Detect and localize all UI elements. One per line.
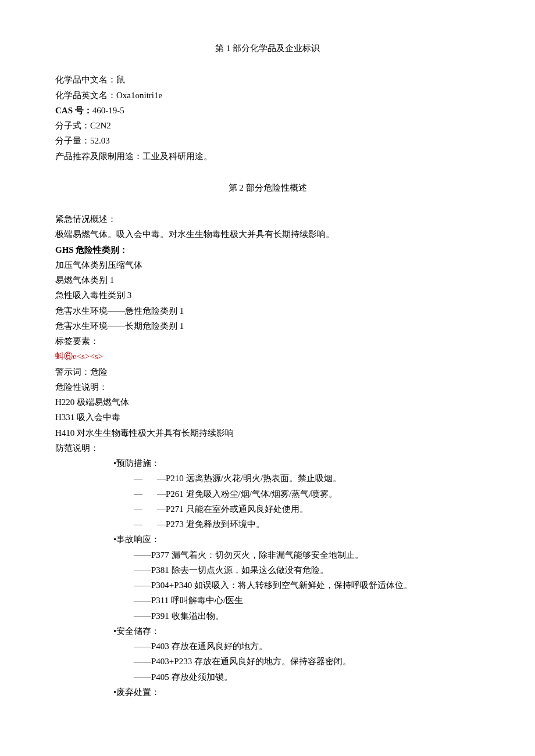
cas-value: 460-19-5 — [92, 106, 124, 115]
dash-icon — [157, 474, 166, 483]
prevention-text-3: P273 避免释放到环境中。 — [166, 519, 265, 529]
dash-icon — [134, 642, 151, 651]
mw-value: 52.03 — [90, 136, 110, 145]
use-label: 产品推荐及限制用途： — [55, 152, 142, 161]
english-name-label: 化学品英文名： — [55, 91, 116, 100]
hazard-2: H410 对水生生物毒性极大并具有长期持续影响 — [55, 425, 480, 440]
dash-icon — [134, 672, 151, 682]
signal-label: 警示词： — [55, 367, 90, 377]
response-item-3: P311 呼叫解毒中心/医生 — [134, 593, 480, 608]
response-text-4: P391 收集溢出物。 — [151, 611, 224, 621]
storage-label: 安全储存： — [113, 624, 480, 639]
storage-item-0: P403 存放在通风良好的地方。 — [134, 639, 480, 654]
emergency-label: 紧急情况概述： — [55, 212, 480, 227]
emergency-text: 极端易燃气体。吸入会中毒。对水生生物毒性极大并具有长期持续影响。 — [55, 227, 480, 242]
formula-value: C2N2 — [90, 121, 111, 130]
dash-icon — [134, 517, 157, 532]
section-2-title: 第 2 部分危险性概述 — [55, 180, 480, 195]
storage-text-0: P403 存放在通风良好的地方。 — [151, 642, 268, 651]
mw-row: 分子量：52.03 — [55, 133, 480, 148]
response-label-text: 事故响应： — [116, 535, 160, 544]
prevention-text-0: P210 远离热源/火花/明火/热表面。禁止吸烟。 — [166, 474, 341, 483]
cas-row: CAS 号：460-19-5 — [55, 103, 480, 118]
precaution-label: 防范说明： — [55, 440, 480, 456]
section-1-title: 第 1 部分化学品及企业标识 — [55, 41, 480, 56]
ghs-item-4: 危害水生环境——长期危险类别 1 — [55, 318, 480, 334]
storage-item-1: P403+P233 存放在通风良好的地方。保持容器密闭。 — [134, 654, 480, 669]
label-elements-label: 标签要素： — [55, 334, 480, 349]
chinese-name-row: 化学品中文名：鼠 — [55, 72, 480, 87]
dash-icon — [134, 501, 157, 517]
cas-label: CAS 号： — [55, 106, 92, 115]
dash-icon — [157, 489, 166, 499]
english-name-value: Oxa1onitri1e — [116, 91, 162, 100]
signal-row: 警示词：危险 — [55, 364, 480, 379]
disposal-label: 废弃处置： — [113, 685, 480, 700]
prevention-label: 预防措施： — [113, 456, 480, 471]
dash-icon — [134, 550, 151, 560]
english-name-row: 化学品英文名：Oxa1onitri1e — [55, 88, 480, 103]
dash-icon — [134, 657, 151, 666]
storage-label-text: 安全储存： — [116, 626, 160, 636]
storage-text-1: P403+P233 存放在通风良好的地方。保持容器密闭。 — [151, 657, 351, 666]
disposal-label-text: 废弃处置： — [116, 687, 160, 697]
chinese-name-label: 化学品中文名： — [55, 75, 116, 84]
prevention-item-2: P271 只能在室外或通风良好处使用。 — [134, 501, 480, 517]
formula-label: 分子式： — [55, 121, 90, 130]
hazard-label: 危险性说明： — [55, 379, 480, 395]
response-item-2: P304+P340 如误吸入：将人转移到空气新鲜处，保持呼吸舒适体位。 — [134, 578, 480, 593]
dash-icon — [134, 486, 157, 501]
prevention-item-0: P210 远离热源/火花/明火/热表面。禁止吸烟。 — [134, 471, 480, 486]
dash-icon — [157, 504, 166, 514]
dash-icon — [134, 581, 151, 590]
formula-row: 分子式：C2N2 — [55, 118, 480, 133]
storage-item-2: P405 存放处须加锁。 — [134, 669, 480, 685]
prevention-text-2: P271 只能在室外或通风良好处使用。 — [166, 504, 308, 514]
dash-icon — [134, 471, 157, 486]
prevention-label-text: 预防措施： — [116, 458, 160, 468]
ghs-label: GHS 危险性类别： — [55, 242, 480, 257]
mw-label: 分子量： — [55, 136, 90, 145]
response-label: 事故响应： — [113, 532, 480, 547]
dash-icon — [134, 596, 151, 605]
storage-text-2: P405 存放处须加锁。 — [151, 672, 233, 682]
dash-icon — [134, 611, 151, 621]
hazard-1: H331 吸入会中毒 — [55, 410, 480, 425]
ghs-item-2: 急性吸入毒性类别 3 — [55, 288, 480, 303]
prevention-text-1: P261 避免吸入粉尘/烟/气体/烟雾/蒸气/喷雾。 — [166, 489, 337, 499]
pictogram-placeholder: 蚪⑥e<s><s> — [55, 349, 480, 364]
response-item-1: P381 除去一切点火源，如果这么做没有危险。 — [134, 562, 480, 578]
ghs-item-0: 加压气体类别压缩气体 — [55, 257, 480, 273]
response-text-3: P311 呼叫解毒中心/医生 — [151, 596, 243, 605]
prevention-item-1: P261 避免吸入粉尘/烟/气体/烟雾/蒸气/喷雾。 — [134, 486, 480, 501]
prevention-item-3: P273 避免释放到环境中。 — [134, 517, 480, 532]
ghs-item-1: 易燃气体类别 1 — [55, 273, 480, 288]
response-text-2: P304+P340 如误吸入：将人转移到空气新鲜处，保持呼吸舒适体位。 — [151, 581, 412, 590]
dash-icon — [134, 565, 151, 575]
hazard-0: H220 极端易燃气体 — [55, 395, 480, 410]
ghs-item-3: 危害水生环境——急性危险类别 1 — [55, 303, 480, 318]
dash-icon — [157, 519, 166, 529]
response-text-0: P377 漏气着火：切勿灭火，除非漏气能够安全地制止。 — [151, 550, 363, 560]
signal-value: 危险 — [90, 367, 108, 377]
response-item-0: P377 漏气着火：切勿灭火，除非漏气能够安全地制止。 — [134, 547, 480, 562]
response-item-4: P391 收集溢出物。 — [134, 608, 480, 624]
chinese-name-value: 鼠 — [116, 75, 125, 84]
use-value: 工业及科研用途。 — [142, 152, 212, 161]
response-text-1: P381 除去一切点火源，如果这么做没有危险。 — [151, 565, 329, 575]
use-row: 产品推荐及限制用途：工业及科研用途。 — [55, 149, 480, 164]
